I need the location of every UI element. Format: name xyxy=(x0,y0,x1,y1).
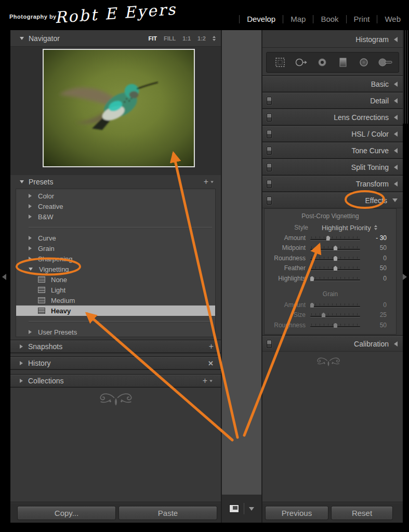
slider-track[interactable] xyxy=(310,264,360,272)
image-view-area[interactable] xyxy=(222,30,261,495)
radial-filter-tool-icon[interactable] xyxy=(356,55,372,70)
module-web[interactable]: Web xyxy=(385,15,401,23)
tool-strip xyxy=(266,52,399,73)
preset-vignetting-none[interactable]: None xyxy=(16,274,215,285)
slider-track[interactable] xyxy=(310,311,360,318)
panel-toggle-switch[interactable] xyxy=(267,147,272,155)
slider-track[interactable] xyxy=(310,244,360,251)
effects-panel-content: Post-Crop Vignetting Style Highlight Pri… xyxy=(264,208,397,335)
module-separator xyxy=(313,15,313,23)
zoom-1-2[interactable]: 1:2 xyxy=(197,35,206,42)
slider-roundness: Roundness 0 xyxy=(265,253,396,263)
preset-vignetting-medium[interactable]: Medium xyxy=(16,295,215,305)
slider-track[interactable] xyxy=(310,275,360,282)
preset-vignetting-light[interactable]: Light xyxy=(16,285,215,295)
create-preset-icon[interactable]: + xyxy=(204,178,215,186)
navigator-zoom-options: FIT FILL 1:1 1:2 xyxy=(148,35,216,42)
panel-header-tone-curve[interactable]: Tone Curve xyxy=(262,142,403,158)
zoom-fill[interactable]: FILL xyxy=(164,35,176,42)
module-separator xyxy=(239,15,240,23)
left-bottom-bar: Copy... Paste xyxy=(10,502,221,523)
preset-group-vignetting[interactable]: Vignetting xyxy=(16,264,215,274)
divider xyxy=(29,321,212,322)
panel-header-transform[interactable]: Transform xyxy=(262,175,403,192)
clear-history-icon[interactable]: ✕ xyxy=(208,360,214,367)
preset-group-sharpening[interactable]: Sharpening xyxy=(16,254,215,264)
lightroom-window: Photography by : Robt E Eyers Develop Ma… xyxy=(0,0,409,532)
chevron-left-icon xyxy=(394,115,398,120)
navigator-photo[interactable] xyxy=(43,49,195,167)
slider-highlights: Highlights 0 xyxy=(265,273,396,284)
slider-track[interactable] xyxy=(310,255,360,262)
snapshots-header[interactable]: Snapshots + xyxy=(10,340,221,353)
slider-track[interactable] xyxy=(310,234,360,242)
panel-header-effects[interactable]: Effects xyxy=(262,192,403,208)
reset-button[interactable]: Reset xyxy=(331,506,393,520)
view-toolbar xyxy=(222,495,261,523)
preset-group-color[interactable]: Color xyxy=(16,191,215,201)
crop-tool-icon[interactable] xyxy=(272,55,288,70)
chevron-left-icon xyxy=(394,98,398,103)
zoom-1-1[interactable]: 1:1 xyxy=(182,35,191,42)
red-eye-tool-icon[interactable] xyxy=(314,55,330,70)
hummingbird-image xyxy=(44,50,194,166)
module-develop[interactable]: Develop xyxy=(247,15,275,23)
add-snapshot-icon[interactable]: + xyxy=(209,342,214,351)
chevron-left-icon xyxy=(394,148,398,153)
previous-button[interactable]: Previous xyxy=(265,506,328,520)
zoom-fit[interactable]: FIT xyxy=(148,35,157,42)
presets-title: Presets xyxy=(29,178,53,186)
copy-button[interactable]: Copy... xyxy=(17,506,116,520)
preset-vignetting-heavy[interactable]: Heavy xyxy=(16,305,215,316)
style-dropdown[interactable]: Highlight Priority xyxy=(322,224,377,232)
loupe-view-icon[interactable] xyxy=(229,504,239,513)
module-separator xyxy=(283,15,283,23)
presets-header[interactable]: Presets + xyxy=(10,175,221,189)
slider-track[interactable] xyxy=(310,322,360,329)
brand-prefix: Photography by : xyxy=(9,14,60,20)
chevron-right-icon xyxy=(29,204,32,208)
panel-header-detail[interactable]: Detail xyxy=(262,92,403,109)
panel-header-calibration[interactable]: Calibration xyxy=(262,335,403,352)
spot-removal-tool-icon[interactable] xyxy=(293,55,309,70)
paste-button[interactable]: Paste xyxy=(118,506,217,520)
module-map[interactable]: Map xyxy=(291,15,306,23)
preset-group-creative[interactable]: Creative xyxy=(16,201,215,211)
panel-header-basic[interactable]: Basic xyxy=(262,75,403,92)
slider-grain-roughness: Roughness 50 xyxy=(265,320,396,330)
panel-toggle-switch[interactable] xyxy=(267,113,272,122)
panel-toggle-switch[interactable] xyxy=(267,196,272,205)
preset-group-grain[interactable]: Grain xyxy=(16,243,215,254)
navigator-preview-area xyxy=(10,47,221,175)
preset-group-bw[interactable]: B&W xyxy=(16,211,215,222)
preset-group-user-presets[interactable]: User Presets xyxy=(16,327,215,337)
panel-toggle-switch[interactable] xyxy=(267,97,272,105)
top-bar: Photography by : Robt E Eyers Develop Ma… xyxy=(0,0,409,30)
add-collection-icon[interactable]: + xyxy=(203,377,214,385)
panel-header-lens-corrections[interactable]: Lens Corrections xyxy=(262,109,403,125)
graduated-filter-tool-icon[interactable] xyxy=(335,55,351,70)
panel-toggle-switch[interactable] xyxy=(267,130,272,138)
slider-track[interactable] xyxy=(310,301,360,309)
history-header[interactable]: History ✕ xyxy=(10,356,221,370)
collapse-right-panel-icon[interactable] xyxy=(403,274,407,280)
module-print[interactable]: Print xyxy=(354,15,370,23)
panel-toggle-switch[interactable] xyxy=(267,180,272,188)
histogram-header[interactable]: Histogram xyxy=(262,31,403,48)
preset-group-curve[interactable]: Curve xyxy=(16,233,215,243)
brand-signature: Robt E Eyers xyxy=(54,0,177,26)
panel-toggle-switch[interactable] xyxy=(267,163,272,171)
toolbar-options-icon[interactable] xyxy=(249,507,254,511)
panel-header-hsl-color[interactable]: HSL / Color xyxy=(262,125,403,142)
collapse-left-panel-icon[interactable] xyxy=(2,274,6,280)
zoom-ratio-selector-icon[interactable] xyxy=(213,36,216,41)
adjustment-brush-tool-icon[interactable] xyxy=(377,55,393,70)
panel-header-split-toning[interactable]: Split Toning xyxy=(262,158,403,175)
module-book[interactable]: Book xyxy=(321,15,338,23)
panel-toggle-switch[interactable] xyxy=(267,340,272,348)
navigator-header[interactable]: Navigator FIT FILL 1:1 1:2 xyxy=(10,30,221,47)
collections-header[interactable]: Collections + xyxy=(10,374,221,388)
chevron-left-icon xyxy=(394,131,398,137)
chevron-right-icon xyxy=(20,344,23,349)
chevron-right-icon xyxy=(29,194,32,198)
